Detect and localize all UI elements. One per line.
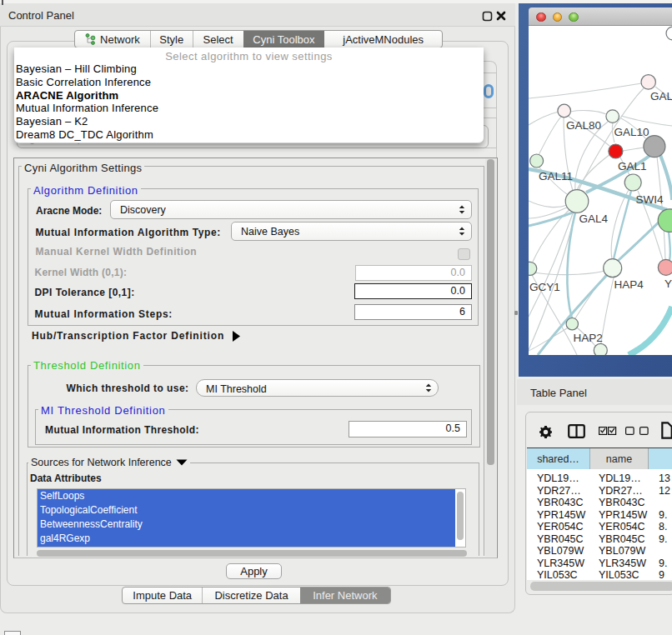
svg-text:GAL8: GAL8: [650, 90, 672, 102]
svg-text:GAL80: GAL80: [566, 119, 601, 132]
svg-text:Y: Y: [664, 278, 672, 290]
svg-text:GCY1: GCY1: [529, 281, 560, 293]
svg-text:HAP2: HAP2: [574, 332, 603, 344]
svg-text:GAL4: GAL4: [579, 212, 609, 225]
svg-text:HAP4: HAP4: [614, 278, 644, 291]
svg-text:SWI4: SWI4: [636, 193, 664, 206]
svg-text:GAL1: GAL1: [618, 160, 647, 172]
svg-text:GAL10: GAL10: [614, 126, 649, 138]
svg-text:GAL11: GAL11: [539, 170, 573, 182]
